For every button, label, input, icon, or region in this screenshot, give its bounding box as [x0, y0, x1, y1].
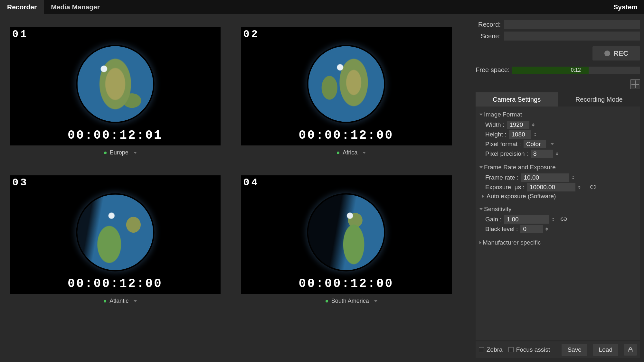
height-spinner[interactable]: [534, 132, 538, 137]
camera-feed-3[interactable]: 03 00:00:12:00: [10, 175, 221, 294]
camera-tile-1: 01 00:00:12:01 Europe: [10, 27, 231, 156]
camera-tile-3: 03 00:00:12:00 Atlantic: [10, 175, 231, 304]
frame-rate-label: Frame rate :: [485, 174, 518, 181]
camera-timecode: 00:00:12:00: [241, 128, 452, 142]
system-button[interactable]: System: [607, 0, 644, 14]
camera-feed-1[interactable]: 01 00:00:12:01: [10, 27, 221, 145]
tab-media-manager[interactable]: Media Manager: [44, 0, 107, 14]
black-level-spinner[interactable]: [545, 226, 549, 232]
section-title: Sensitivity: [484, 206, 512, 213]
bottom-bar: Zebra Focus assist Save Load: [476, 341, 640, 358]
black-level-label: Black level :: [485, 226, 518, 233]
lock-icon: [628, 347, 633, 353]
camera-number: 03: [12, 177, 28, 189]
width-spinner[interactable]: [532, 122, 536, 128]
free-space-text: 0:12: [512, 67, 640, 74]
gain-label: Gain :: [485, 216, 502, 223]
globe-icon: [308, 194, 384, 270]
globe-icon: [77, 194, 153, 270]
lock-button[interactable]: [624, 344, 637, 356]
checkbox-icon: [508, 347, 514, 352]
pixel-precision-label: Pixel precision :: [485, 150, 528, 157]
camera-number: 01: [12, 28, 28, 40]
triangle-down-icon: [479, 208, 483, 210]
section-title: Manufacturer specific: [483, 239, 541, 246]
chevron-down-icon: [374, 300, 377, 302]
camera-tile-4: 04 00:00:12:00 South America: [241, 175, 462, 304]
pixel-format-value[interactable]: Color: [524, 140, 546, 148]
camera-timecode: 00:00:12:01: [10, 128, 221, 142]
width-value[interactable]: 1920: [507, 121, 529, 129]
pixel-precision-value[interactable]: 8: [531, 150, 553, 158]
section-frame-rate[interactable]: Frame Rate and Exposure: [479, 164, 636, 171]
triangle-right-icon: [482, 195, 484, 198]
triangle-down-icon: [479, 114, 483, 116]
camera-number: 04: [243, 177, 260, 189]
exposure-label: Exposure, µs :: [485, 184, 525, 191]
height-value[interactable]: 1080: [509, 130, 531, 139]
camera-tile-2: 02 00:00:12:00 Africa: [241, 27, 462, 156]
exposure-spinner[interactable]: [578, 184, 582, 190]
load-button[interactable]: Load: [593, 344, 618, 356]
pixel-precision-spinner[interactable]: [556, 151, 560, 157]
camera-feed-4[interactable]: 04 00:00:12:00: [241, 175, 452, 294]
auto-exposure-label: Auto exposure (Software): [487, 193, 556, 200]
globe-icon: [77, 46, 153, 122]
section-sensitivity[interactable]: Sensitivity: [479, 206, 636, 213]
checkbox-icon: [479, 347, 484, 352]
camera-label-1[interactable]: Europe: [10, 149, 231, 156]
frame-rate-spinner[interactable]: [572, 175, 576, 181]
camera-number: 02: [243, 28, 260, 40]
camera-label-3[interactable]: Atlantic: [10, 298, 231, 304]
black-level-value[interactable]: 0: [520, 225, 543, 233]
camera-name: Africa: [343, 149, 357, 156]
camera-timecode: 00:00:12:00: [10, 277, 221, 291]
scene-label: Scene:: [476, 32, 501, 40]
record-button-label: REC: [613, 49, 628, 58]
save-button[interactable]: Save: [562, 344, 587, 356]
height-label: Height :: [485, 131, 506, 138]
focus-assist-label: Focus assist: [516, 346, 550, 353]
link-icon[interactable]: [560, 216, 567, 223]
status-dot-icon: [104, 300, 106, 302]
camera-timecode: 00:00:12:00: [241, 277, 452, 291]
record-button[interactable]: REC: [592, 46, 640, 60]
frame-rate-value[interactable]: 10.00: [521, 173, 569, 182]
camera-label-2[interactable]: Africa: [241, 149, 462, 156]
svg-rect-0: [629, 349, 632, 352]
zebra-checkbox[interactable]: Zebra: [479, 346, 503, 353]
auto-exposure-row[interactable]: Auto exposure (Software): [482, 193, 636, 200]
camera-name: Europe: [110, 149, 128, 156]
triangle-right-icon: [479, 241, 481, 244]
free-space-label: Free space:: [476, 66, 510, 74]
tab-recording-mode[interactable]: Recording Mode: [558, 92, 640, 107]
scene-input[interactable]: [504, 32, 640, 41]
side-panel: Record: Scene: REC Free space: 0:12 Came…: [472, 14, 644, 362]
status-dot-icon: [104, 152, 107, 154]
section-image-format[interactable]: Image Format: [479, 111, 636, 118]
settings-panel: Image Format Width : 1920 Height : 1080 …: [476, 107, 640, 340]
exposure-value[interactable]: 10000.00: [527, 183, 575, 191]
gain-spinner[interactable]: [552, 217, 556, 222]
record-dot-icon: [604, 51, 610, 56]
status-dot-icon: [326, 300, 328, 302]
gain-value[interactable]: 1.00: [504, 215, 549, 224]
preview-area: 01 00:00:12:01 Europe 02 00:00:12:00: [0, 14, 472, 362]
triangle-down-icon: [479, 166, 483, 168]
topbar-spacer: [107, 0, 607, 14]
record-input[interactable]: [504, 20, 640, 29]
section-title: Image Format: [484, 111, 522, 118]
link-icon[interactable]: [590, 184, 597, 191]
grid-layout-icon[interactable]: [630, 79, 640, 89]
free-space-bar: 0:12: [512, 67, 640, 74]
record-label: Record:: [476, 21, 501, 28]
camera-feed-2[interactable]: 02 00:00:12:00: [241, 27, 452, 145]
tab-recorder[interactable]: Recorder: [0, 0, 44, 14]
status-dot-icon: [337, 152, 339, 154]
camera-label-4[interactable]: South America: [241, 298, 462, 304]
tab-camera-settings[interactable]: Camera Settings: [476, 92, 558, 107]
focus-assist-checkbox[interactable]: Focus assist: [508, 346, 550, 353]
globe-icon: [308, 46, 384, 122]
section-manufacturer[interactable]: Manufacturer specific: [479, 239, 636, 246]
zebra-label: Zebra: [487, 346, 503, 353]
